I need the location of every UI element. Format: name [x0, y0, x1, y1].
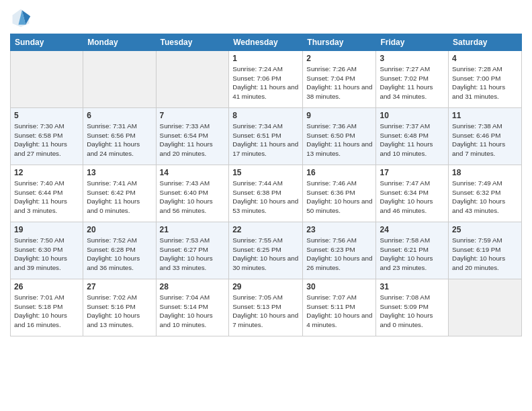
weekday-header-sunday: Sunday [11, 34, 83, 51]
day-number: 9 [306, 111, 372, 120]
calendar-cell [156, 51, 229, 108]
day-info: Sunrise: 7:40 AM Sunset: 6:44 PM Dayligh… [14, 179, 79, 216]
day-number: 5 [14, 111, 79, 120]
day-number: 31 [380, 282, 445, 291]
calendar-cell: 30Sunrise: 7:07 AM Sunset: 5:11 PM Dayli… [303, 279, 376, 336]
day-number: 30 [306, 282, 372, 291]
logo-icon [10, 7, 32, 28]
calendar-cell: 31Sunrise: 7:08 AM Sunset: 5:09 PM Dayli… [376, 279, 449, 336]
day-info: Sunrise: 7:50 AM Sunset: 6:30 PM Dayligh… [14, 236, 79, 273]
calendar-cell: 18Sunrise: 7:49 AM Sunset: 6:32 PM Dayli… [449, 165, 522, 222]
calendar-cell: 25Sunrise: 7:59 AM Sunset: 6:19 PM Dayli… [449, 222, 522, 279]
weekday-header-wednesday: Wednesday [229, 34, 303, 51]
day-info: Sunrise: 7:59 AM Sunset: 6:19 PM Dayligh… [452, 236, 518, 273]
day-info: Sunrise: 7:56 AM Sunset: 6:23 PM Dayligh… [306, 236, 372, 273]
page: SundayMondayTuesdayWednesdayThursdayFrid… [0, 0, 532, 411]
calendar-cell: 16Sunrise: 7:46 AM Sunset: 6:36 PM Dayli… [303, 165, 376, 222]
calendar-cell [83, 51, 156, 108]
day-number: 29 [232, 282, 299, 291]
day-info: Sunrise: 7:47 AM Sunset: 6:34 PM Dayligh… [380, 179, 445, 216]
calendar-cell: 23Sunrise: 7:56 AM Sunset: 6:23 PM Dayli… [303, 222, 376, 279]
day-info: Sunrise: 7:36 AM Sunset: 6:50 PM Dayligh… [306, 122, 372, 158]
day-number: 10 [380, 111, 445, 120]
day-info: Sunrise: 7:34 AM Sunset: 6:51 PM Dayligh… [232, 122, 299, 158]
logo [10, 7, 34, 28]
day-info: Sunrise: 7:01 AM Sunset: 5:18 PM Dayligh… [14, 293, 79, 330]
day-info: Sunrise: 7:46 AM Sunset: 6:36 PM Dayligh… [306, 179, 372, 216]
day-info: Sunrise: 7:24 AM Sunset: 7:06 PM Dayligh… [232, 64, 299, 101]
day-number: 28 [160, 282, 226, 291]
day-info: Sunrise: 7:52 AM Sunset: 6:28 PM Dayligh… [87, 236, 152, 273]
day-number: 22 [232, 225, 299, 234]
calendar-cell: 8Sunrise: 7:34 AM Sunset: 6:51 PM Daylig… [229, 108, 303, 165]
day-info: Sunrise: 7:30 AM Sunset: 6:58 PM Dayligh… [14, 122, 79, 158]
day-number: 23 [306, 225, 372, 234]
day-number: 13 [87, 168, 152, 177]
weekday-header-tuesday: Tuesday [156, 34, 229, 51]
day-number: 2 [306, 54, 372, 63]
day-number: 20 [87, 225, 152, 234]
day-info: Sunrise: 7:08 AM Sunset: 5:09 PM Dayligh… [380, 293, 445, 330]
day-number: 11 [452, 111, 518, 120]
day-info: Sunrise: 7:28 AM Sunset: 7:00 PM Dayligh… [452, 64, 518, 101]
day-info: Sunrise: 7:31 AM Sunset: 6:56 PM Dayligh… [87, 122, 152, 158]
week-row-4: 19Sunrise: 7:50 AM Sunset: 6:30 PM Dayli… [11, 222, 522, 279]
week-row-1: 1Sunrise: 7:24 AM Sunset: 7:06 PM Daylig… [11, 51, 522, 108]
day-info: Sunrise: 7:04 AM Sunset: 5:14 PM Dayligh… [160, 293, 226, 330]
weekday-header-saturday: Saturday [449, 34, 522, 51]
weekday-header-row: SundayMondayTuesdayWednesdayThursdayFrid… [11, 34, 522, 51]
calendar-cell: 11Sunrise: 7:38 AM Sunset: 6:46 PM Dayli… [449, 108, 522, 165]
day-info: Sunrise: 7:33 AM Sunset: 6:54 PM Dayligh… [160, 122, 226, 158]
day-number: 26 [14, 282, 79, 291]
calendar-cell: 19Sunrise: 7:50 AM Sunset: 6:30 PM Dayli… [11, 222, 83, 279]
calendar-cell: 26Sunrise: 7:01 AM Sunset: 5:18 PM Dayli… [11, 279, 83, 336]
day-info: Sunrise: 7:26 AM Sunset: 7:04 PM Dayligh… [306, 64, 372, 101]
calendar-cell: 14Sunrise: 7:43 AM Sunset: 6:40 PM Dayli… [156, 165, 229, 222]
day-info: Sunrise: 7:02 AM Sunset: 5:16 PM Dayligh… [87, 293, 152, 330]
weekday-header-thursday: Thursday [303, 34, 376, 51]
calendar-cell: 3Sunrise: 7:27 AM Sunset: 7:02 PM Daylig… [376, 51, 449, 108]
calendar-cell: 15Sunrise: 7:44 AM Sunset: 6:38 PM Dayli… [229, 165, 303, 222]
day-info: Sunrise: 7:38 AM Sunset: 6:46 PM Dayligh… [452, 122, 518, 158]
calendar-cell: 10Sunrise: 7:37 AM Sunset: 6:48 PM Dayli… [376, 108, 449, 165]
calendar-cell: 21Sunrise: 7:53 AM Sunset: 6:27 PM Dayli… [156, 222, 229, 279]
calendar-cell: 5Sunrise: 7:30 AM Sunset: 6:58 PM Daylig… [11, 108, 83, 165]
day-number: 7 [160, 111, 226, 120]
calendar-cell: 28Sunrise: 7:04 AM Sunset: 5:14 PM Dayli… [156, 279, 229, 336]
day-number: 12 [14, 168, 79, 177]
day-number: 18 [452, 168, 518, 177]
day-number: 16 [306, 168, 372, 177]
calendar-cell: 20Sunrise: 7:52 AM Sunset: 6:28 PM Dayli… [83, 222, 156, 279]
calendar-cell: 22Sunrise: 7:55 AM Sunset: 6:25 PM Dayli… [229, 222, 303, 279]
week-row-3: 12Sunrise: 7:40 AM Sunset: 6:44 PM Dayli… [11, 165, 522, 222]
day-info: Sunrise: 7:44 AM Sunset: 6:38 PM Dayligh… [232, 179, 299, 216]
calendar-cell: 7Sunrise: 7:33 AM Sunset: 6:54 PM Daylig… [156, 108, 229, 165]
calendar-cell: 13Sunrise: 7:41 AM Sunset: 6:42 PM Dayli… [83, 165, 156, 222]
day-number: 15 [232, 168, 299, 177]
day-number: 14 [160, 168, 226, 177]
day-info: Sunrise: 7:55 AM Sunset: 6:25 PM Dayligh… [232, 236, 299, 273]
day-number: 6 [87, 111, 152, 120]
week-row-5: 26Sunrise: 7:01 AM Sunset: 5:18 PM Dayli… [11, 279, 522, 336]
day-info: Sunrise: 7:27 AM Sunset: 7:02 PM Dayligh… [380, 64, 445, 101]
calendar-cell: 9Sunrise: 7:36 AM Sunset: 6:50 PM Daylig… [303, 108, 376, 165]
calendar-cell: 2Sunrise: 7:26 AM Sunset: 7:04 PM Daylig… [303, 51, 376, 108]
day-info: Sunrise: 7:58 AM Sunset: 6:21 PM Dayligh… [380, 236, 445, 273]
calendar-cell: 12Sunrise: 7:40 AM Sunset: 6:44 PM Dayli… [11, 165, 83, 222]
day-number: 25 [452, 225, 518, 234]
day-info: Sunrise: 7:43 AM Sunset: 6:40 PM Dayligh… [160, 179, 226, 216]
calendar-cell: 27Sunrise: 7:02 AM Sunset: 5:16 PM Dayli… [83, 279, 156, 336]
week-row-2: 5Sunrise: 7:30 AM Sunset: 6:58 PM Daylig… [11, 108, 522, 165]
calendar-cell: 29Sunrise: 7:05 AM Sunset: 5:13 PM Dayli… [229, 279, 303, 336]
calendar-cell: 1Sunrise: 7:24 AM Sunset: 7:06 PM Daylig… [229, 51, 303, 108]
day-number: 8 [232, 111, 299, 120]
weekday-header-friday: Friday [376, 34, 449, 51]
calendar-cell: 17Sunrise: 7:47 AM Sunset: 6:34 PM Dayli… [376, 165, 449, 222]
day-info: Sunrise: 7:37 AM Sunset: 6:48 PM Dayligh… [380, 122, 445, 158]
day-number: 17 [380, 168, 445, 177]
day-number: 19 [14, 225, 79, 234]
calendar-cell: 4Sunrise: 7:28 AM Sunset: 7:00 PM Daylig… [449, 51, 522, 108]
calendar-cell: 6Sunrise: 7:31 AM Sunset: 6:56 PM Daylig… [83, 108, 156, 165]
weekday-header-monday: Monday [83, 34, 156, 51]
day-info: Sunrise: 7:07 AM Sunset: 5:11 PM Dayligh… [306, 293, 372, 330]
